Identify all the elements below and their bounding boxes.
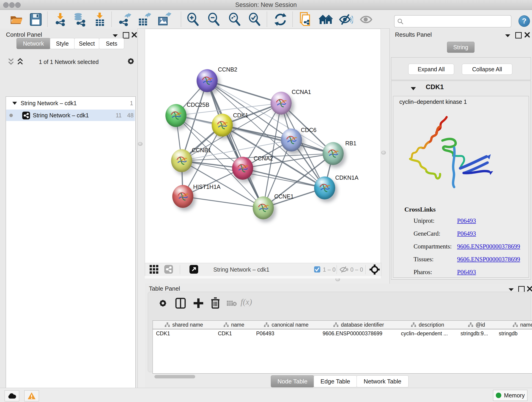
node-CDK1[interactable] [212,114,233,137]
open-session-icon[interactable] [9,12,24,27]
horizontal-scrollbar-thumb[interactable] [154,375,195,378]
node-CCNE1[interactable] [253,196,274,219]
tab-node-table[interactable]: Node Table [271,375,314,387]
node-CDKN1A[interactable] [314,177,335,199]
column-header-shared-name[interactable]: shared name [153,321,215,329]
table-cell[interactable]: CDK1 [215,329,253,338]
horizontal-splitter[interactable] [145,276,381,279]
node-CDC6[interactable] [281,128,302,152]
first-neighbors-icon[interactable] [319,12,333,27]
node-CCNB2[interactable] [196,69,218,92]
table-cell[interactable]: 9606.ENSP00000378699 [319,329,398,338]
table-cell[interactable]: CDK1 [153,329,215,338]
tab-string[interactable]: String [447,42,475,53]
column-header-@id[interactable]: @id [457,321,496,329]
tab-edge-table[interactable]: Edge Table [314,375,357,387]
memory-button[interactable]: Memory [493,390,527,401]
network-grid-view-icon[interactable] [150,265,159,274]
tab-network-table[interactable]: Network Table [356,375,409,387]
network-row[interactable]: String Network – cdk1 11 48 [6,109,135,121]
hide-selected-icon[interactable] [338,12,353,27]
column-header-canonical-name[interactable]: canonical name [253,321,320,329]
tab-select[interactable]: Select [74,38,99,49]
import-network-from-database-icon[interactable] [72,12,87,27]
edge-CDK1-RB1[interactable] [222,125,333,153]
float-panel-icon[interactable] [518,286,525,293]
zoom-out-icon[interactable] [207,12,221,27]
tree-expander-icon[interactable] [12,102,17,105]
network-collection-row[interactable]: String Network – cdk1 1 [6,97,135,109]
fit-selected-crosshair-icon[interactable] [370,264,380,274]
selected-items-checkbox[interactable] [314,266,320,273]
left-splitter-handle[interactable] [138,142,143,146]
tab-sets[interactable]: Sets [99,38,124,49]
main-toolbar: ? [0,10,532,29]
add-column-icon[interactable] [193,298,204,309]
zoom-selected-icon[interactable] [247,12,262,27]
close-panel-icon[interactable] [527,286,532,292]
node-RB1[interactable] [323,142,344,165]
export-image-icon[interactable] [157,12,171,27]
network-options-gear-icon[interactable] [126,56,136,66]
column-header-description[interactable]: description [398,321,457,329]
zoom-in-icon[interactable] [186,12,201,27]
node-label-CDK1: CDK1 [233,112,248,119]
save-session-icon[interactable] [28,12,43,27]
cloud-icon [7,393,16,399]
tab-style[interactable]: Style [50,38,75,49]
show-all-icon[interactable] [359,12,374,27]
node-CCNB1[interactable] [171,149,192,172]
node-CCNA1[interactable] [271,92,292,115]
help-icon[interactable]: ? [519,15,530,27]
column-header-namespace[interactable]: namespace [496,321,532,329]
export-network-icon[interactable] [118,12,132,27]
network-canvas[interactable]: CCNB2CCNA1CDC25BCDK1CDC6RB1CCNB1CCNA2CDK… [145,29,381,263]
node-table[interactable]: shared namenamecanonical namedatabase id… [152,320,532,374]
delete-column-icon[interactable] [210,297,220,309]
collapse-panel-icon[interactable] [505,34,511,38]
refresh-view-icon[interactable] [273,12,288,27]
tab-network[interactable]: Network [17,38,51,49]
export-table-icon[interactable] [137,12,152,27]
import-table-from-file-icon[interactable] [93,12,107,27]
table-cell[interactable]: stringdb:9... [457,329,496,338]
node-CCNA2[interactable] [232,157,253,180]
edge-CCNB2-CCNA1[interactable] [207,81,281,103]
crosslink-link[interactable]: 9606.ENSP00000378699 [457,243,520,250]
table-cell[interactable]: stringdb [496,329,532,338]
export-view-icon[interactable] [190,265,198,274]
zoom-fit-content-icon[interactable] [228,12,242,27]
crosslink-link[interactable]: 9606.ENSP00000378699 [457,256,520,263]
collapse-panel-icon[interactable] [508,288,514,292]
table-settings-gear-icon[interactable] [158,298,168,308]
close-panel-icon[interactable] [525,32,530,38]
expand-all-button[interactable]: Expand All [408,64,454,75]
column-header-label: shared name [172,322,203,328]
column-header-name[interactable]: name [215,321,253,329]
crosslink-link[interactable]: P06493 [457,269,476,276]
edge-HIST1H1A-CCNE1[interactable] [183,196,263,208]
table-cell[interactable]: cyclin–dependent ... [398,329,457,338]
node-HIST1H1A[interactable] [172,185,193,208]
crosslink-link[interactable]: P06493 [457,230,476,237]
right-splitter-handle[interactable] [381,151,386,154]
collapse-panel-icon[interactable] [112,34,118,38]
node-CDC25B[interactable] [165,104,186,127]
warnings-button[interactable] [24,390,39,401]
delete-table-icon[interactable] [226,300,237,307]
import-network-from-file-icon[interactable] [53,12,68,27]
new-network-from-selection-icon[interactable] [298,12,313,27]
table-cell[interactable]: P06493 [253,329,319,338]
collapse-all-button[interactable]: Collapse All [462,64,512,75]
column-header-database-identifier[interactable]: database identifier [319,321,398,329]
float-panel-icon[interactable] [123,32,129,38]
gene-section-expander-icon[interactable] [411,87,416,90]
show-columns-icon[interactable] [175,298,186,309]
float-panel-icon[interactable] [515,32,522,38]
function-builder-icon[interactable]: f(x) [241,297,252,307]
network-birdseye-toggle-icon[interactable] [164,265,173,274]
crosslink-link[interactable]: P06493 [457,217,476,224]
close-panel-icon[interactable] [132,32,137,38]
cloud-status-button[interactable] [5,390,19,401]
search-input[interactable] [405,17,509,26]
